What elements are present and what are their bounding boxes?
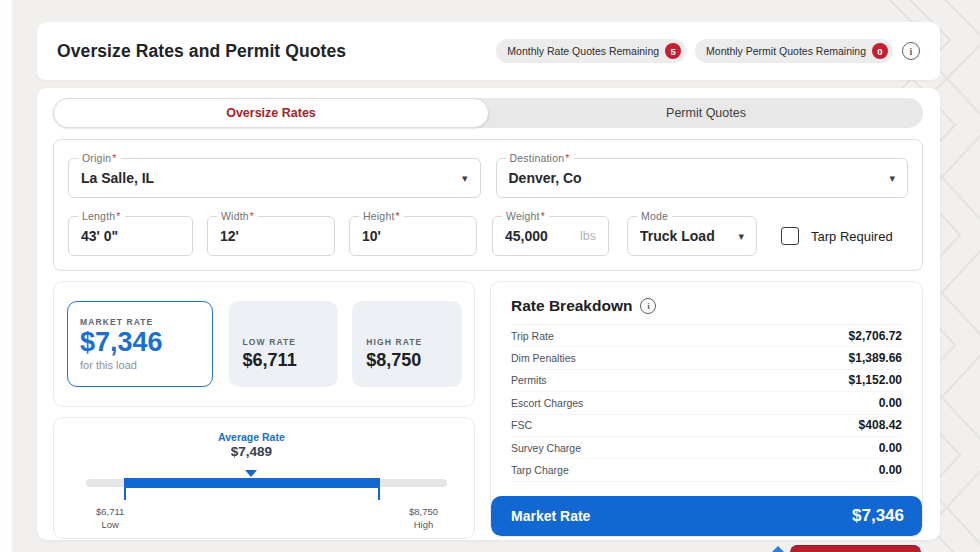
high-rate-value: $8,750 [366, 350, 448, 371]
content-panel: Oversize Rates Permit Quotes Origin* La … [37, 88, 940, 540]
total-value: $7,346 [852, 506, 904, 526]
high-rate-label: HIGH RATE [366, 337, 448, 347]
breakdown-row: Survey Charge 0.00 [511, 437, 902, 459]
slider-high-caption: High [409, 519, 438, 532]
market-rate-subtext: for this load [80, 359, 200, 371]
mode-value: Truck Load [640, 228, 715, 244]
tarp-required-checkbox[interactable] [781, 227, 799, 245]
required-asterisk: * [250, 210, 254, 222]
tab-oversize-rates[interactable]: Oversize Rates [53, 98, 489, 128]
breakdown-row: Permits $1,152.00 [511, 370, 902, 392]
slider-high-label: $8,750 High [409, 506, 438, 532]
header-info-icon[interactable]: i [902, 42, 920, 60]
form-row-locations: Origin* La Salle, IL ▾ Destination* Denv… [68, 158, 908, 198]
permit-quota-badge: Monthly Permit Quotes Remaining 0 [695, 39, 893, 63]
chevron-down-icon[interactable]: ▾ [889, 173, 895, 184]
height-label: Height* [359, 210, 404, 222]
market-rate-value: $7,346 [80, 328, 200, 358]
slider-track-fill[interactable] [124, 478, 379, 488]
average-rate-callout: Average Rate $7,489 [218, 431, 285, 459]
origin-value: La Salle, IL [81, 170, 154, 186]
page-left-strip [0, 0, 12, 552]
low-rate-label: LOW RATE [243, 337, 325, 347]
destination-label: Destination* [506, 152, 574, 164]
low-rate-card[interactable]: LOW RATE $6,711 [229, 301, 339, 387]
low-rate-value: $6,711 [243, 350, 325, 371]
required-asterisk: * [396, 210, 400, 222]
clipped-red-button[interactable] [790, 545, 921, 552]
width-field[interactable]: Width* 12' [207, 216, 335, 256]
slider-low-caption: Low [96, 519, 124, 532]
slider-low-label: $6,711 Low [96, 506, 124, 532]
rates-column: MARKET RATE $7,346 for this load LOW RAT… [53, 281, 475, 539]
tarp-required-control: Tarp Required [781, 216, 893, 256]
required-asterisk: * [565, 152, 569, 164]
breakdown-info-icon[interactable]: i [640, 298, 656, 314]
rate-quota-label: Monthly Rate Quotes Remaining [507, 45, 659, 57]
page-header: Oversize Rates and Permit Quotes Monthly… [37, 22, 940, 80]
rate-cards-panel: MARKET RATE $7,346 for this load LOW RAT… [53, 281, 475, 407]
rate-slider-track [86, 478, 447, 488]
rate-range-slider-panel: Average Rate $7,489 $6,711 Low $8,750 Hi… [53, 417, 475, 539]
average-rate-marker[interactable] [245, 470, 257, 477]
permit-quota-count: 0 [872, 43, 888, 59]
weight-label: Weight* [502, 210, 549, 222]
average-rate-value: $7,489 [218, 444, 285, 459]
breakdown-row: Dim Penalties $1,389.66 [511, 347, 902, 369]
breakdown-row: Trip Rate $2,706.72 [511, 325, 902, 347]
results-section: MARKET RATE $7,346 for this load LOW RAT… [53, 281, 923, 539]
chevron-down-icon[interactable]: ▾ [738, 231, 744, 242]
chevron-down-icon[interactable]: ▾ [462, 173, 468, 184]
weight-field[interactable]: Weight* 45,000 lbs [492, 216, 609, 256]
required-asterisk: * [541, 210, 545, 222]
slider-high-tick [378, 478, 380, 500]
breakdown-row: Escort Charges 0.00 [511, 392, 902, 414]
rate-quota-count: 5 [665, 43, 681, 59]
form-row-dimensions: Length* 43' 0" Width* 12' Height* 10' We… [68, 216, 908, 256]
origin-field[interactable]: Origin* La Salle, IL ▾ [68, 158, 481, 198]
length-value: 43' 0" [81, 228, 118, 244]
weight-value: 45,000 [505, 228, 548, 244]
rate-breakdown-title: Rate Breakdown [511, 297, 632, 315]
tab-permit-quotes[interactable]: Permit Quotes [489, 98, 923, 128]
high-rate-card[interactable]: HIGH RATE $8,750 [352, 301, 462, 387]
permit-quota-label: Monthly Permit Quotes Remaining [706, 45, 866, 57]
slider-low-tick [124, 478, 126, 500]
rate-quota-badge: Monthly Rate Quotes Remaining 5 [496, 39, 686, 63]
height-value: 10' [362, 228, 381, 244]
tab-bar: Oversize Rates Permit Quotes [53, 98, 923, 128]
weight-unit: lbs [580, 229, 596, 243]
header-right: Monthly Rate Quotes Remaining 5 Monthly … [496, 39, 920, 63]
width-value: 12' [220, 228, 239, 244]
market-rate-card[interactable]: MARKET RATE $7,346 for this load [67, 301, 213, 387]
slider-low-value: $6,711 [96, 506, 124, 519]
slider-high-value: $8,750 [409, 506, 438, 519]
mode-select[interactable]: Mode Truck Load ▾ [627, 216, 757, 256]
origin-label: Origin* [78, 152, 121, 164]
destination-value: Denver, Co [509, 170, 582, 186]
total-label: Market Rate [511, 508, 590, 524]
mode-label: Mode [637, 210, 672, 222]
width-label: Width* [217, 210, 258, 222]
page-title: Oversize Rates and Permit Quotes [57, 41, 346, 62]
tarp-required-label: Tarp Required [811, 229, 893, 244]
rate-breakdown-panel: Rate Breakdown i Trip Rate $2,706.72 Dim… [490, 281, 923, 537]
clipped-blue-fragment [771, 546, 785, 552]
destination-field[interactable]: Destination* Denver, Co ▾ [496, 158, 909, 198]
breakdown-row: Tarp Charge 0.00 [511, 459, 902, 481]
length-field[interactable]: Length* 43' 0" [68, 216, 193, 256]
length-label: Length* [78, 210, 125, 222]
breakdown-row: FSC $408.42 [511, 415, 902, 437]
market-rate-total-bar: Market Rate $7,346 [491, 496, 922, 536]
average-rate-label: Average Rate [218, 431, 285, 443]
quote-form: Origin* La Salle, IL ▾ Destination* Denv… [53, 139, 923, 271]
required-asterisk: * [116, 210, 120, 222]
market-rate-label: MARKET RATE [80, 317, 200, 327]
height-field[interactable]: Height* 10' [349, 216, 477, 256]
required-asterisk: * [112, 152, 116, 164]
rate-breakdown-header: Rate Breakdown i [511, 297, 902, 325]
